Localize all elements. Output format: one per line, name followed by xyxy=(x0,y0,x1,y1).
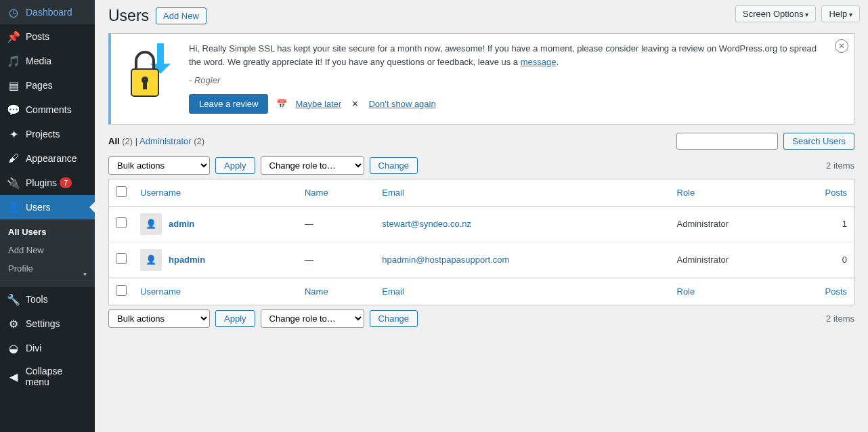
avatar: 👤 xyxy=(140,213,162,235)
media-icon: 🎵 xyxy=(7,54,20,68)
select-all-top[interactable] xyxy=(116,186,127,197)
sidebar-item-users[interactable]: 👤Users xyxy=(0,195,95,219)
search-users-button[interactable]: Search Users xyxy=(783,133,854,150)
tools-icon: 🔧 xyxy=(7,293,20,306)
posts-cell: 1 xyxy=(807,206,854,242)
sidebar-item-label: Settings xyxy=(26,318,60,329)
sidebar-item-label: Projects xyxy=(26,129,60,139)
notice-text: Hi, Really Simple SSL has kept your site… xyxy=(189,43,817,67)
sidebar-item-posts[interactable]: 📌Posts xyxy=(0,24,95,49)
dont-show-link[interactable]: Don't show again xyxy=(368,99,435,109)
page-icon: ▤ xyxy=(7,79,20,92)
role-cell: Administrator xyxy=(670,206,807,242)
svg-rect-2 xyxy=(143,81,147,89)
username-link[interactable]: hpadmin xyxy=(169,255,205,265)
row-checkbox[interactable] xyxy=(116,253,127,264)
submenu-all-users[interactable]: All Users xyxy=(0,223,95,241)
settings-icon: ⚙ xyxy=(7,317,20,330)
change-role-select-bottom[interactable]: Change role to… xyxy=(261,309,364,328)
table-row: 👤admin — stewart@syndeo.co.nz Administra… xyxy=(109,206,854,242)
divi-icon: ◒ xyxy=(7,341,20,355)
bulk-actions-select-bottom[interactable]: Bulk actions xyxy=(108,309,210,328)
change-button-bottom[interactable]: Change xyxy=(370,310,418,327)
sidebar-item-divi[interactable]: ◒Divi xyxy=(0,336,95,360)
name-cell: — xyxy=(298,206,375,242)
sidebar-item-collapse[interactable]: ◀Collapse menu xyxy=(0,360,95,393)
filter-all-count: (2) xyxy=(122,136,133,146)
sidebar-item-settings[interactable]: ⚙Settings xyxy=(0,311,95,336)
email-link[interactable]: hpadmin@hostpapasupport.com xyxy=(382,255,509,265)
col-username[interactable]: Username xyxy=(133,278,298,305)
col-name[interactable]: Name xyxy=(298,278,375,305)
username-link[interactable]: admin xyxy=(169,219,194,229)
main-content: Screen Options Help Users Add New ✕ Hi, … xyxy=(95,0,868,432)
screen-options-button[interactable]: Screen Options xyxy=(735,5,816,22)
items-count-bottom: 2 items xyxy=(826,314,854,324)
posts-cell: 0 xyxy=(807,242,854,278)
appearance-icon: 🖌 xyxy=(7,152,20,165)
filter-admin-count: (2) xyxy=(194,136,204,146)
sidebar-item-projects[interactable]: ✦Projects xyxy=(0,122,95,146)
sidebar-item-label: Comments xyxy=(26,104,72,115)
col-role[interactable]: Role xyxy=(670,179,807,206)
sidebar-item-comments[interactable]: 💬Comments xyxy=(0,98,95,122)
col-email[interactable]: Email xyxy=(375,179,670,206)
email-link[interactable]: stewart@syndeo.co.nz xyxy=(382,219,471,229)
bulk-actions-select-top[interactable]: Bulk actions xyxy=(108,156,210,175)
avatar: 👤 xyxy=(140,249,162,271)
items-count-top: 2 items xyxy=(826,160,854,171)
maybe-later-link[interactable]: Maybe later xyxy=(295,99,341,109)
filter-administrator[interactable]: Administrator xyxy=(139,136,192,146)
col-email[interactable]: Email xyxy=(375,278,670,305)
sidebar-item-tools[interactable]: 🔧Tools xyxy=(0,287,95,311)
col-posts[interactable]: Posts xyxy=(807,278,854,305)
sidebar-item-label: Appearance xyxy=(26,153,77,164)
filter-row: All (2) | Administrator (2) Search Users xyxy=(108,133,854,150)
search-input[interactable] xyxy=(676,133,778,150)
sidebar-item-dashboard[interactable]: ◷Dashboard xyxy=(0,0,95,24)
sidebar-item-label: Pages xyxy=(26,80,53,91)
notice-body: Hi, Really Simple SSL has kept your site… xyxy=(189,42,827,114)
sidebar-item-label: Users xyxy=(26,202,51,213)
users-table: Username Name Email Role Posts 👤admin — … xyxy=(108,179,854,305)
sidebar-item-media[interactable]: 🎵Media xyxy=(0,49,95,73)
submenu-profile[interactable]: Profile xyxy=(0,259,95,278)
page-title: Users xyxy=(108,7,149,25)
update-badge: 7 xyxy=(60,177,72,188)
change-role-select-top[interactable]: Change role to… xyxy=(261,156,364,175)
change-button-top[interactable]: Change xyxy=(370,157,418,174)
pin-icon: 📌 xyxy=(7,30,20,43)
message-link[interactable]: message xyxy=(521,57,557,67)
admin-sidebar: ◷Dashboard 📌Posts 🎵Media ▤Pages 💬Comment… xyxy=(0,0,95,432)
col-role[interactable]: Role xyxy=(670,278,807,305)
row-checkbox[interactable] xyxy=(116,217,127,228)
role-cell: Administrator xyxy=(670,242,807,278)
apply-button-top[interactable]: Apply xyxy=(215,157,255,174)
help-button[interactable]: Help xyxy=(821,5,860,22)
plugin-icon: 🔌 xyxy=(7,176,20,190)
sidebar-item-pages[interactable]: ▤Pages xyxy=(0,73,95,98)
col-posts[interactable]: Posts xyxy=(807,179,854,206)
sidebar-submenu: All Users Add New Profile xyxy=(0,219,95,287)
filter-links: All (2) | Administrator (2) xyxy=(108,136,204,146)
search-box: Search Users xyxy=(676,133,854,150)
name-cell: — xyxy=(298,242,375,278)
filter-all[interactable]: All xyxy=(108,136,120,146)
sidebar-item-plugins[interactable]: 🔌Plugins7 xyxy=(0,171,95,195)
calendar-icon: 📅 xyxy=(276,98,287,109)
users-icon: 👤 xyxy=(7,200,20,214)
col-username[interactable]: Username xyxy=(133,179,298,206)
sidebar-item-appearance[interactable]: 🖌Appearance xyxy=(0,146,95,171)
submenu-add-new[interactable]: Add New xyxy=(0,241,95,259)
sidebar-item-label: Tools xyxy=(26,294,48,305)
apply-button-bottom[interactable]: Apply xyxy=(215,310,255,327)
dismiss-notice-icon[interactable]: ✕ xyxy=(835,39,848,53)
sidebar-item-label: Plugins xyxy=(26,177,57,188)
tablenav-bottom: Bulk actions Apply Change role to… Chang… xyxy=(108,309,854,328)
close-icon: ✕ xyxy=(349,98,360,109)
add-new-button[interactable]: Add New xyxy=(156,7,207,24)
col-name[interactable]: Name xyxy=(298,179,375,206)
select-all-bottom[interactable] xyxy=(116,285,127,296)
top-toolbar: Screen Options Help xyxy=(735,5,860,22)
leave-review-button[interactable]: Leave a review xyxy=(189,94,268,114)
